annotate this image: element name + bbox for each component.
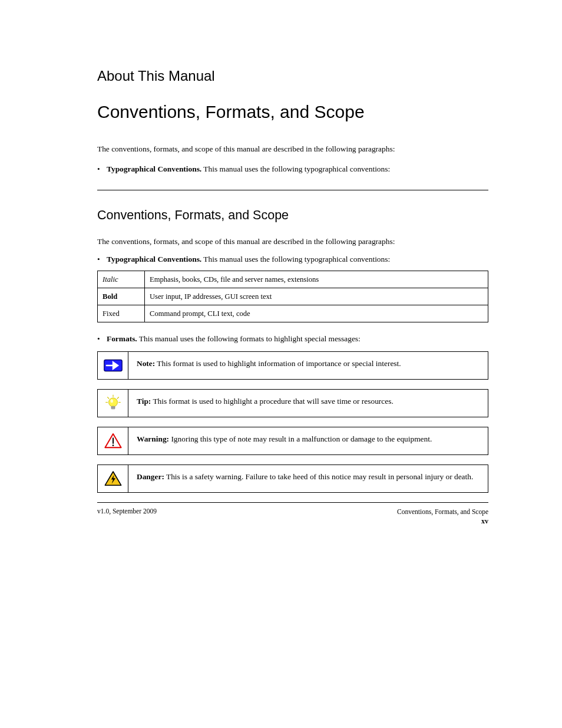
warning-box: Warning: Ignoring this type of note may … (97, 427, 488, 455)
svg-point-7 (108, 398, 117, 407)
note-box: Note: This format is used to highlight i… (97, 351, 488, 380)
footer-version: v1.0, September 2009 (97, 508, 157, 526)
cell-bold-label: Bold (98, 288, 145, 305)
note-body: This format is used to highlight informa… (155, 359, 401, 368)
bullet-list-3: Formats. This manual uses the following … (97, 333, 488, 345)
table-row: Italic Emphasis, books, CDs, file and se… (98, 271, 488, 288)
danger-triangle-icon (104, 470, 123, 487)
tip-body: This format is used to highlight a proce… (151, 397, 393, 406)
cell-italic-desc: Emphasis, books, CDs, file and server na… (145, 271, 488, 288)
bullet-typographical-2: Typographical Conventions. This manual u… (97, 253, 488, 266)
bullet-rest: This manual uses the following typograph… (201, 164, 390, 173)
warning-triangle-icon (104, 432, 123, 450)
warning-lead: Warning: (137, 434, 169, 443)
svg-line-4 (117, 397, 118, 398)
note-icon-cell (98, 352, 128, 379)
danger-lead: Danger: (137, 472, 164, 481)
lightbulb-icon (104, 394, 123, 412)
tip-lead: Tip: (137, 397, 151, 406)
table-row: Fixed Command prompt, CLI text, code (98, 305, 488, 322)
footer-page-number: xv (397, 516, 488, 526)
typographical-table: Italic Emphasis, books, CDs, file and se… (97, 271, 488, 322)
warning-text: Warning: Ignoring this type of note may … (128, 427, 488, 454)
page-title: Conventions, Formats, and Scope (97, 101, 488, 123)
warning-icon-cell (98, 427, 128, 454)
svg-point-8 (110, 399, 113, 403)
table-row: Bold User input, IP addresses, GUI scree… (98, 288, 488, 305)
cell-fixed-desc: Command prompt, CLI text, code (145, 305, 488, 322)
footer-section: Conventions, Formats, and Scope (397, 508, 488, 517)
arrow-right-icon (104, 357, 123, 374)
bullet-formats: Formats. This manual uses the following … (97, 333, 488, 345)
tip-box: Tip: This format is used to highlight a … (97, 389, 488, 417)
tip-icon-cell (98, 390, 128, 417)
warning-body: Ignoring this type of note may result in… (169, 434, 432, 443)
about-heading: About This Manual (97, 68, 488, 84)
bullet-lead-2: Typographical Conventions. (107, 255, 201, 263)
bullet-typographical: Typographical Conventions. This manual u… (97, 163, 488, 176)
note-text: Note: This format is used to highlight i… (128, 352, 488, 379)
bullet-list-2: Typographical Conventions. This manual u… (97, 253, 488, 266)
tip-text: Tip: This format is used to highlight a … (128, 390, 488, 417)
bullet-rest-2: This manual uses the following typograph… (201, 255, 390, 263)
section-intro: The conventions, formats, and scope of t… (97, 236, 488, 248)
cell-bold-desc: User input, IP addresses, GUI screen tex… (145, 288, 488, 305)
danger-box: Danger: This is a safety warning. Failur… (97, 465, 488, 493)
footer: v1.0, September 2009 Conventions, Format… (97, 508, 488, 526)
intro-paragraph: The conventions, formats, and scope of t… (97, 143, 488, 156)
bullet-formats-rest: This manual uses the following formats t… (137, 334, 361, 343)
danger-text: Danger: This is a safety warning. Failur… (128, 465, 488, 492)
danger-icon-cell (98, 465, 128, 492)
note-lead: Note: (137, 359, 155, 368)
danger-body: This is a safety warning. Failure to tak… (164, 472, 473, 481)
bullet-lead: Typographical Conventions. (107, 164, 201, 173)
svg-line-3 (107, 397, 109, 398)
bullet-formats-lead: Formats. (107, 334, 137, 343)
cell-fixed-label: Fixed (98, 305, 145, 322)
bullet-list-1: Typographical Conventions. This manual u… (97, 163, 488, 176)
svg-point-12 (112, 444, 114, 446)
section-heading: Conventions, Formats, and Scope (97, 208, 488, 223)
cell-italic-label: Italic (98, 271, 145, 288)
divider-rule (97, 190, 488, 190)
footer-rule (97, 502, 488, 503)
